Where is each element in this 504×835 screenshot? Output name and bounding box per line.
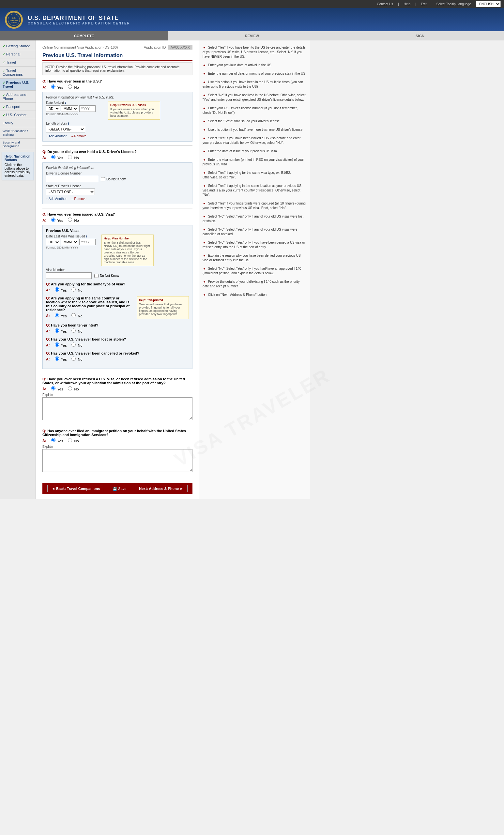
q3a-yes-radio[interactable] xyxy=(55,287,59,291)
q1-no-radio[interactable] xyxy=(68,84,72,89)
next-button[interactable]: Next: Address & Phone ► xyxy=(135,485,187,492)
q3c-text: Have you been ten-printed? xyxy=(51,323,98,327)
annotation-14: ◄ Select "Yes" if your fingerprints were… xyxy=(203,201,307,210)
form-name: Online Nonimmigrant Visa Application (DS… xyxy=(42,45,118,49)
sidebar-item-personal[interactable]: Personal xyxy=(0,50,36,58)
q4-explain-textarea[interactable] xyxy=(42,397,193,420)
contact-us-link[interactable]: Contact Us xyxy=(377,2,393,6)
q3c-no-radio[interactable] xyxy=(72,328,76,333)
q1-help-box: Help: Previous U.S. Visits If you are un… xyxy=(108,101,160,120)
q3d-no-radio[interactable] xyxy=(72,343,76,347)
progress-review[interactable]: REVIEW xyxy=(168,31,336,40)
header-text: U.S. Department of State CONSULAR ELECTR… xyxy=(28,15,499,25)
q3-text: Have you ever been issued a U.S. Visa? xyxy=(47,212,115,216)
svg-point-0 xyxy=(6,12,21,27)
length-stay-info[interactable]: ℹ xyxy=(68,122,69,125)
question-3: Q: Have you ever been issued a U.S. Visa… xyxy=(42,212,193,369)
exit-link[interactable]: Exit xyxy=(421,2,427,6)
annotation-13: ◄ Select "Yes" if applying in the same l… xyxy=(203,184,307,197)
visa-day-select[interactable]: DD xyxy=(46,239,60,245)
q1-remove[interactable]: Remove xyxy=(72,135,86,138)
date-year-input[interactable] xyxy=(79,105,96,112)
license-do-not-know-checkbox[interactable] xyxy=(101,177,105,181)
sidebar-item-security[interactable]: Security and Background xyxy=(0,139,36,150)
q2-yes-label[interactable]: Yes xyxy=(51,155,63,160)
content-area: Getting Started Personal Travel Travel C… xyxy=(0,40,504,499)
annotation-9: ◄ Select "Yes" if you have been issued a… xyxy=(203,136,307,145)
date-arrived-info[interactable]: ℹ xyxy=(65,101,66,105)
help-link[interactable]: Help xyxy=(404,2,411,6)
state-license-select[interactable]: - SELECT ONE - xyxy=(46,188,95,195)
sidebar-item-us-contact[interactable]: U.S. Contact xyxy=(0,111,36,119)
visa-date-selects: DD MMM xyxy=(46,239,96,245)
visa-month-select[interactable]: MMM xyxy=(61,239,78,245)
sidebar-item-travel-companions[interactable]: Travel Companions xyxy=(0,66,36,79)
visa-do-not-know-checkbox[interactable] xyxy=(94,274,99,278)
q2-no-label[interactable]: No xyxy=(68,155,79,160)
q5-no-radio[interactable] xyxy=(68,438,72,442)
language-select[interactable]: ENGLISH xyxy=(476,1,501,7)
top-bar: Contact Us | Help | Exit Select Tooltip … xyxy=(0,0,504,8)
q1-yes-label[interactable]: Yes xyxy=(51,84,63,89)
back-button[interactable]: ◄ Back: Travel Companions xyxy=(47,485,104,492)
q1-no-label[interactable]: No xyxy=(68,84,79,89)
page-title: Previous U.S. Travel Information xyxy=(42,53,193,61)
sidebar-item-getting-started[interactable]: Getting Started xyxy=(0,42,36,50)
progress-bar: COMPLETE REVIEW SIGN xyxy=(0,31,504,40)
visa-year-input[interactable] xyxy=(79,239,96,245)
date-arrived-label: Date Arrived xyxy=(46,101,64,105)
q2-yes-radio[interactable] xyxy=(51,155,56,159)
q3b-no-radio[interactable] xyxy=(72,313,76,318)
visa-number-label: Visa Number xyxy=(46,268,189,272)
license-number-input[interactable] xyxy=(46,176,98,182)
q4-yes-radio[interactable] xyxy=(51,386,56,390)
site-title: U.S. Department of State xyxy=(28,15,499,22)
q3-no-label[interactable]: No xyxy=(68,218,79,222)
q3e-no-radio[interactable] xyxy=(72,357,76,361)
q3a-no-radio[interactable] xyxy=(72,287,76,291)
q2-add-another[interactable]: Add Another xyxy=(46,197,66,201)
q5-text: Has anyone ever filed an immigrant petit… xyxy=(42,429,186,437)
q1-yes-radio[interactable] xyxy=(51,84,56,89)
annotation-1: ◄ Select "Yes" if you have been to the U… xyxy=(203,45,307,59)
sidebar-item-travel[interactable]: Travel xyxy=(0,58,36,66)
site-subtitle: CONSULAR ELECTRONIC APPLICATION CENTER xyxy=(28,22,499,25)
do-not-know-row: Do Not Know xyxy=(101,177,126,181)
date-arrived-selects: DD MMM xyxy=(46,105,96,112)
q3-subsection: Previous U.S. Visas Date Last Visa Was I… xyxy=(42,225,193,369)
q5-explain-textarea[interactable] xyxy=(42,449,193,472)
sidebar: Getting Started Personal Travel Travel C… xyxy=(0,40,36,499)
visa-date-info[interactable]: ℹ xyxy=(86,235,87,238)
q3-no-radio[interactable] xyxy=(68,218,72,222)
q5-yes-radio[interactable] xyxy=(51,438,56,442)
q3d-yes-radio[interactable] xyxy=(55,343,59,347)
q3b-yes-radio[interactable] xyxy=(55,313,59,318)
q2-no-radio[interactable] xyxy=(68,155,72,159)
date-month-select[interactable]: MMM xyxy=(61,105,78,112)
sidebar-item-previous-us-travel[interactable]: Previous U.S. Travel xyxy=(0,79,36,91)
sidebar-item-work-education[interactable]: Work / Education / Training xyxy=(0,127,36,139)
q3-yes-radio[interactable] xyxy=(51,218,56,222)
q4-no-radio[interactable] xyxy=(68,386,72,390)
annotation-10: ◄ Enter the date of issue of your previo… xyxy=(203,149,307,154)
sidebar-item-address-phone[interactable]: Address and Phone xyxy=(0,91,36,103)
date-day-select[interactable]: DD xyxy=(46,105,60,112)
q3e-yes-radio[interactable] xyxy=(55,357,59,361)
q2-remove[interactable]: Remove xyxy=(72,197,86,201)
main-content: Online Nonimmigrant Visa Application (DS… xyxy=(36,40,199,499)
q2-add-remove: Add Another Remove xyxy=(46,197,189,201)
save-button[interactable]: 💾 Save xyxy=(113,487,126,491)
annotation-12: ◄ Select "Yes" if applying for the same … xyxy=(203,170,307,180)
length-stay-select[interactable]: -SELECT ONE- xyxy=(46,126,85,133)
sidebar-item-family[interactable]: Family xyxy=(0,119,36,127)
progress-sign[interactable]: SIGN xyxy=(336,31,504,40)
q1-add-another[interactable]: Add Another xyxy=(46,135,66,138)
visa-number-input[interactable] xyxy=(46,272,92,279)
q3c-yes-radio[interactable] xyxy=(55,328,59,333)
progress-complete[interactable]: COMPLETE xyxy=(0,31,168,40)
question-5: Q: Has anyone ever filed an immigrant pe… xyxy=(42,429,193,473)
sidebar-item-passport[interactable]: Passport xyxy=(0,103,36,111)
q3-yes-label[interactable]: Yes xyxy=(51,218,63,222)
ten-printed-help-box: Help: Ten-printed Ten-printed means that… xyxy=(137,296,189,319)
divider-4 xyxy=(42,425,193,425)
